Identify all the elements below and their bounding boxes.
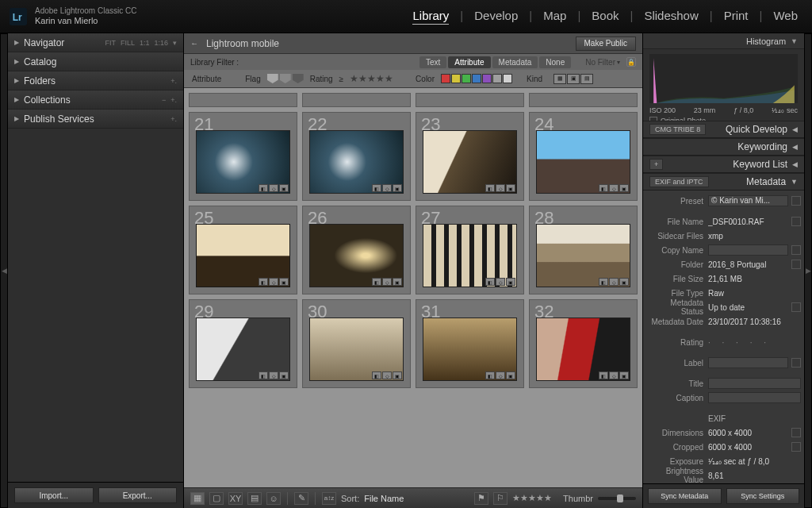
color-swatch[interactable]: [441, 74, 450, 83]
thumbnail-cell[interactable]: 28◧◇▣: [529, 206, 638, 294]
color-swatch[interactable]: [482, 74, 492, 83]
export-button[interactable]: Export...: [98, 487, 178, 503]
filter-tab-attribute[interactable]: Attribute: [448, 56, 490, 68]
thumbnail-cell[interactable]: 32◧◇▣: [529, 299, 638, 388]
metadata-action-icon[interactable]: [791, 428, 801, 437]
quick-chip[interactable]: CMG TRIBE 8: [649, 124, 706, 135]
thumbnail-cell[interactable]: 25◧◇▣: [189, 206, 297, 294]
keywording-header[interactable]: Keywording ◀: [643, 138, 804, 156]
thumbnail-cell[interactable]: 23◧◇▣: [416, 112, 524, 201]
badge-icon[interactable]: ◧: [599, 278, 608, 286]
badge-icon[interactable]: ◇: [269, 278, 278, 286]
metadata-header[interactable]: EXIF and IPTC Metadata ▼: [643, 173, 804, 190]
thumbnail-cell[interactable]: 27◧◇▣: [416, 206, 524, 294]
metadata-action-icon[interactable]: [791, 260, 801, 269]
lock-icon[interactable]: 🔒: [626, 57, 636, 67]
sort-dir-icon[interactable]: a↕z: [322, 492, 336, 505]
badge-icon[interactable]: ◇: [609, 371, 619, 379]
module-web[interactable]: Web: [773, 9, 798, 22]
metadata-action-icon[interactable]: [791, 358, 801, 368]
add-keyword-icon[interactable]: +: [649, 159, 663, 170]
badge-icon[interactable]: ◧: [485, 371, 495, 379]
metadata-row[interactable]: Title: [646, 376, 801, 391]
metadata-row[interactable]: Preset© Karin van Mi...: [646, 194, 801, 208]
badge-icon[interactable]: ◧: [599, 371, 608, 379]
color-swatch[interactable]: [503, 74, 512, 83]
badge-icon[interactable]: ◧: [372, 278, 381, 286]
badge-icon[interactable]: ▣: [619, 184, 629, 192]
metadata-action-icon[interactable]: [791, 217, 801, 226]
badge-icon[interactable]: ◇: [382, 278, 392, 286]
badge-icon[interactable]: ◇: [382, 371, 392, 379]
color-swatch[interactable]: [492, 74, 502, 83]
badge-icon[interactable]: ◧: [599, 184, 608, 192]
module-slideshow[interactable]: Slideshow: [644, 9, 698, 22]
metadata-row[interactable]: Rating· · · · ·: [646, 335, 801, 349]
thumbnail-cell[interactable]: 21◧◇▣: [189, 112, 297, 201]
thumbnail-cell[interactable]: 30◧◇▣: [302, 299, 411, 388]
thumbnail-cell[interactable]: 26◧◇▣: [302, 206, 411, 294]
import-button[interactable]: Import...: [14, 487, 94, 503]
module-map[interactable]: Map: [543, 9, 566, 22]
metadata-action-icon[interactable]: [791, 196, 801, 206]
rating-stars[interactable]: ★★★★★: [350, 73, 393, 84]
module-library[interactable]: Library: [412, 9, 449, 25]
panel-navigator[interactable]: ▶ Navigator FITFILL1:11:16▾: [8, 33, 183, 52]
badge-icon[interactable]: ▣: [393, 278, 402, 286]
grid-view-icon[interactable]: ▦: [190, 492, 205, 505]
sync-metadata-button[interactable]: Sync Metadata: [648, 488, 722, 504]
quick-develop-header[interactable]: CMG TRIBE 8 Quick Develop ◀: [643, 121, 804, 138]
badge-icon[interactable]: ▣: [619, 371, 629, 379]
right-panel-edge[interactable]: ▶: [804, 33, 812, 508]
panel-folders[interactable]: ▶ Folders +.: [8, 71, 183, 90]
filter-preset[interactable]: No Filter: [585, 58, 615, 67]
survey-view-icon[interactable]: ▤: [247, 492, 262, 505]
flag-pick-icon[interactable]: ⚑: [474, 492, 488, 505]
module-book[interactable]: Book: [592, 9, 619, 22]
module-print[interactable]: Print: [724, 9, 749, 22]
thumbnail-cell[interactable]: 29◧◇▣: [189, 299, 297, 388]
metadata-action-icon[interactable]: [791, 442, 801, 452]
metadata-set-select[interactable]: EXIF and IPTC: [649, 176, 709, 187]
color-swatch[interactable]: [472, 74, 481, 83]
badge-icon[interactable]: ◇: [269, 184, 278, 192]
badge-icon[interactable]: ▣: [506, 371, 515, 379]
badge-icon[interactable]: ◇: [496, 371, 505, 379]
sync-settings-button[interactable]: Sync Settings: [726, 488, 800, 504]
badge-icon[interactable]: ▣: [619, 278, 629, 286]
badge-icon[interactable]: ▣: [279, 278, 289, 286]
badge-icon[interactable]: ▣: [506, 184, 515, 192]
badge-icon[interactable]: ◇: [496, 184, 505, 192]
flag-filters[interactable]: [267, 74, 304, 83]
badge-icon[interactable]: ◇: [382, 184, 392, 192]
panel-collections[interactable]: ▶ Collections −+.: [8, 90, 183, 110]
panel-publish[interactable]: ▶ Publish Services +.: [8, 110, 183, 129]
folders-extras[interactable]: +.: [170, 77, 177, 85]
thumbnail-size-slider[interactable]: [598, 497, 636, 500]
metadata-row[interactable]: Label: [646, 356, 801, 370]
thumbnail-cell[interactable]: 31◧◇▣: [416, 299, 524, 388]
color-swatch[interactable]: [462, 74, 471, 83]
histogram[interactable]: ISO 200 23 mm ƒ / 8,0 ¹⁄₁₄₀ sec Original…: [643, 49, 804, 121]
badge-icon[interactable]: ◧: [372, 371, 381, 379]
badge-icon[interactable]: ◇: [496, 278, 505, 286]
badge-icon[interactable]: ▣: [279, 371, 289, 379]
back-arrow-icon[interactable]: ←: [190, 39, 198, 48]
badge-icon[interactable]: ▣: [506, 278, 515, 286]
sort-value[interactable]: File Name: [364, 494, 404, 503]
people-view-icon[interactable]: ☺: [266, 492, 281, 505]
badge-icon[interactable]: ▣: [279, 184, 289, 192]
metadata-row[interactable]: Caption: [646, 391, 801, 405]
filter-tab-metadata[interactable]: Metadata: [492, 56, 538, 68]
badge-icon[interactable]: ◧: [485, 184, 495, 192]
compare-view-icon[interactable]: XY: [228, 492, 243, 505]
thumbnail-cell[interactable]: 24◧◇▣: [529, 112, 638, 201]
metadata-action-icon[interactable]: [791, 245, 801, 255]
filter-tab-text[interactable]: Text: [419, 56, 446, 68]
badge-icon[interactable]: ◧: [372, 184, 381, 192]
badge-icon[interactable]: ◇: [609, 278, 619, 286]
color-swatches[interactable]: [441, 74, 512, 83]
rating-stars[interactable]: ★★★★★: [512, 493, 552, 503]
badge-icon[interactable]: ◧: [259, 184, 268, 192]
filter-tab-none[interactable]: None: [539, 56, 571, 68]
